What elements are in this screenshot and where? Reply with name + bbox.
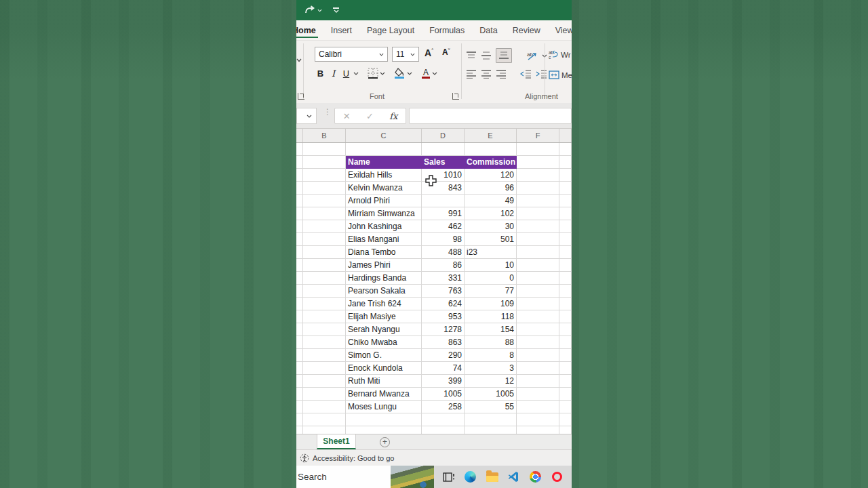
- cell[interactable]: [517, 388, 559, 401]
- cell[interactable]: [296, 233, 303, 246]
- underline-button[interactable]: U: [340, 68, 352, 79]
- commission-cell[interactable]: 55: [465, 401, 517, 413]
- cell[interactable]: [517, 375, 559, 388]
- underline-dropdown-icon[interactable]: [353, 72, 359, 75]
- cell[interactable]: [303, 413, 346, 426]
- cell[interactable]: [559, 323, 572, 336]
- cell[interactable]: [559, 401, 572, 413]
- cell[interactable]: [517, 207, 559, 220]
- cell[interactable]: [303, 143, 346, 156]
- name-cell[interactable]: Simon G.: [346, 349, 422, 362]
- cell[interactable]: [303, 207, 346, 220]
- cell[interactable]: [517, 246, 559, 259]
- cell[interactable]: [517, 272, 559, 285]
- cell[interactable]: [303, 388, 346, 401]
- cell[interactable]: [465, 143, 517, 156]
- cell[interactable]: [296, 375, 303, 388]
- font-color-icon[interactable]: A: [421, 68, 431, 79]
- cell[interactable]: [517, 401, 559, 413]
- edge-icon[interactable]: [464, 470, 477, 484]
- cell[interactable]: [517, 195, 559, 207]
- decrease-indent-icon[interactable]: [520, 69, 532, 79]
- name-cell[interactable]: Jane Trish 624: [346, 298, 422, 310]
- cell[interactable]: [559, 426, 572, 434]
- name-cell[interactable]: Mirriam Simwanza: [346, 207, 422, 220]
- search-highlight-image[interactable]: [391, 466, 434, 488]
- sales-cell[interactable]: 991: [422, 207, 465, 220]
- sales-cell[interactable]: 462: [422, 220, 465, 233]
- middle-align-icon[interactable]: [481, 51, 492, 60]
- sales-cell[interactable]: 763: [422, 285, 465, 298]
- cell[interactable]: [303, 426, 346, 434]
- task-view-icon[interactable]: [442, 470, 456, 484]
- increase-font-size-icon[interactable]: Aˆ: [425, 47, 433, 58]
- cell[interactable]: [559, 336, 572, 349]
- cell[interactable]: [296, 401, 303, 413]
- fill-color-dropdown-icon[interactable]: [407, 72, 412, 75]
- name-cell[interactable]: Enock Kundola: [346, 362, 422, 375]
- font-name-select[interactable]: Calibri: [315, 47, 388, 62]
- commission-cell[interactable]: 109: [465, 298, 517, 310]
- cell[interactable]: [559, 413, 572, 426]
- align-right-icon[interactable]: [496, 69, 507, 79]
- cell[interactable]: [559, 143, 572, 156]
- formula-input[interactable]: [409, 108, 572, 124]
- cell[interactable]: [465, 426, 517, 434]
- borders-icon[interactable]: [368, 68, 378, 79]
- cell[interactable]: [296, 220, 303, 233]
- cell[interactable]: [559, 298, 572, 310]
- tab-view[interactable]: View: [548, 20, 572, 40]
- cancel-button[interactable]: ✕: [343, 111, 351, 121]
- cell[interactable]: [517, 323, 559, 336]
- cell[interactable]: [303, 401, 346, 413]
- cell[interactable]: [296, 323, 303, 336]
- commission-cell[interactable]: 501: [465, 233, 517, 246]
- name-cell[interactable]: Hardings Banda: [346, 272, 422, 285]
- cell[interactable]: [422, 143, 465, 156]
- cell[interactable]: [517, 336, 559, 349]
- align-left-icon[interactable]: [466, 69, 477, 79]
- commission-cell[interactable]: 102: [465, 207, 517, 220]
- cell[interactable]: [517, 169, 559, 182]
- cell[interactable]: [303, 298, 346, 310]
- cell[interactable]: [559, 246, 572, 259]
- merge-center-button[interactable]: Me: [549, 70, 572, 79]
- commission-cell[interactable]: 49: [465, 195, 517, 207]
- sales-cell[interactable]: 98: [422, 233, 465, 246]
- sales-cell[interactable]: 863: [422, 336, 465, 349]
- cell[interactable]: [296, 426, 303, 434]
- commission-cell[interactable]: 30: [465, 220, 517, 233]
- sales-cell[interactable]: 86: [422, 259, 465, 272]
- cell[interactable]: [559, 362, 572, 375]
- commission-cell[interactable]: 96: [465, 182, 517, 195]
- column-header-C[interactable]: C: [346, 129, 422, 142]
- orientation-icon[interactable]: ab: [526, 50, 538, 61]
- borders-dropdown-icon[interactable]: [380, 72, 385, 75]
- cell[interactable]: [296, 195, 303, 207]
- name-cell[interactable]: Moses Lungu: [346, 401, 422, 413]
- cell[interactable]: [296, 310, 303, 323]
- name-cell[interactable]: Elias Mangani: [346, 233, 422, 246]
- bottom-align-button[interactable]: [496, 48, 512, 63]
- commission-cell[interactable]: 1005: [465, 388, 517, 401]
- clipboard-dialog-launcher-icon[interactable]: [298, 93, 304, 100]
- cell[interactable]: [517, 426, 559, 434]
- cell[interactable]: [296, 259, 303, 272]
- name-cell[interactable]: Serah Nyangu: [346, 323, 422, 336]
- cell[interactable]: [465, 413, 517, 426]
- cell[interactable]: [517, 143, 559, 156]
- commission-cell[interactable]: 88: [465, 336, 517, 349]
- column-header-B[interactable]: B: [303, 129, 346, 142]
- wrap-text-button[interactable]: abc Wr: [549, 50, 570, 59]
- commission-cell[interactable]: 118: [465, 310, 517, 323]
- cell[interactable]: [296, 207, 303, 220]
- cell[interactable]: [346, 143, 422, 156]
- name-cell[interactable]: James Phiri: [346, 259, 422, 272]
- cell[interactable]: [303, 246, 346, 259]
- cell[interactable]: [559, 285, 572, 298]
- cell[interactable]: [303, 233, 346, 246]
- top-align-icon[interactable]: [466, 51, 477, 60]
- name-cell[interactable]: Elijah Masiye: [346, 310, 422, 323]
- column-header-partial[interactable]: [296, 129, 303, 142]
- cell[interactable]: [296, 298, 303, 310]
